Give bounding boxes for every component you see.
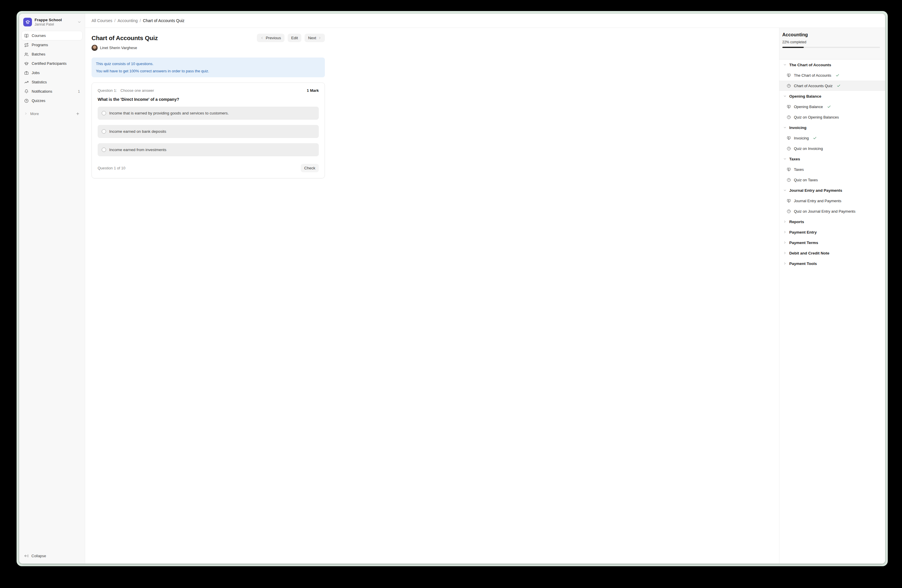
question-text: What is the 'Direct Income' of a company… (98, 97, 319, 102)
content-row: Chart of Accounts Quiz Previous Edit (85, 28, 451, 294)
breadcrumb-item-chart-of-accounts-quiz: Chart of Accounts Quiz (143, 18, 185, 23)
sidebar-item-quizzes[interactable]: Quizzes (22, 96, 82, 105)
quiz-notice: This quiz consists of 10 questions.You w… (92, 58, 325, 77)
quiz-notice-line: You will have to get 100% correct answer… (96, 67, 321, 75)
quiz-option-1[interactable]: Income that is earned by providing goods… (98, 106, 319, 120)
app-window: Frappe School Jannat Patel CoursesProgra… (19, 14, 451, 294)
route-icon (24, 43, 29, 47)
quiz-header: Chart of Accounts Quiz Previous Edit (92, 34, 325, 42)
chevron-down-icon (77, 20, 81, 24)
user-name: Jannat Patel (34, 23, 75, 27)
question-number-label: Question 1: (98, 88, 117, 93)
previous-button[interactable]: Previous (257, 34, 285, 42)
bell-icon (24, 89, 29, 94)
sidebar-item-label: Courses (32, 33, 45, 38)
sidebar-item-notifications[interactable]: Notifications1 (22, 87, 82, 96)
option-label: Income earned on bank deposits (109, 129, 166, 134)
breadcrumb-separator: / (140, 18, 141, 23)
breadcrumb-bar: All Courses/Accounting/Chart of Accounts… (85, 14, 451, 28)
sidebar-nav: CoursesProgramsBatchesCertified Particip… (22, 31, 82, 105)
options-list: Income that is earned by providing goods… (98, 106, 319, 156)
briefcase-icon (24, 70, 29, 75)
question-card: Question 1: Choose one answer 1 Mark Wha… (92, 83, 325, 178)
sidebar-item-label: Statistics (32, 80, 47, 84)
author-name: Linet Sherin Varghese (100, 45, 137, 50)
header-buttons: Previous Edit Next (257, 34, 325, 42)
option-radio[interactable] (102, 148, 106, 152)
author-row: Linet Sherin Varghese (92, 45, 325, 51)
sidebar-item-certified-participants[interactable]: Certified Participants (22, 59, 82, 68)
question-card-header: Question 1: Choose one answer 1 Mark (98, 88, 319, 93)
breadcrumb-separator: / (114, 18, 116, 23)
school-name: Frappe School (34, 18, 75, 22)
previous-label: Previous (266, 36, 281, 40)
edit-button[interactable]: Edit (288, 34, 301, 42)
sidebar-item-statistics[interactable]: Statistics (22, 78, 82, 87)
sidebar-spacer (22, 118, 82, 294)
users-icon (24, 52, 29, 57)
sidebar-item-label: Certified Participants (32, 61, 67, 66)
help-circle-icon (24, 99, 29, 103)
question-instruction: Choose one answer (121, 88, 154, 93)
chevron-right-icon (24, 112, 28, 115)
sidebar-item-programs[interactable]: Programs (22, 41, 82, 49)
sidebar-item-label: Batches (32, 52, 45, 56)
question-progress: Question 1 of 10 (98, 166, 125, 170)
option-label: Income earned from investments (109, 148, 166, 152)
content-column: All Courses/Accounting/Chart of Accounts… (85, 14, 451, 294)
edit-label: Edit (291, 36, 298, 40)
sidebar-item-jobs[interactable]: Jobs (22, 68, 82, 77)
more-label: More (30, 111, 39, 116)
sidebar-item-more[interactable]: More (22, 109, 82, 118)
check-label: Check (304, 166, 315, 170)
frappe-school-logo (23, 18, 32, 27)
chevron-left-icon (260, 36, 263, 39)
graduation-cap-logo-icon (25, 19, 31, 25)
sidebar-item-label: Jobs (32, 70, 39, 75)
main-content: Chart of Accounts Quiz Previous Edit (85, 28, 451, 294)
question-card-footer: Question 1 of 10 Check (98, 164, 319, 172)
question-marks: 1 Mark (307, 88, 319, 93)
left-sidebar: Frappe School Jannat Patel CoursesProgra… (19, 14, 85, 294)
check-button[interactable]: Check (301, 164, 319, 172)
trending-up-icon (24, 80, 29, 84)
page-title: Chart of Accounts Quiz (92, 34, 158, 42)
breadcrumb-item-all-courses[interactable]: All Courses (92, 18, 113, 23)
option-radio[interactable] (102, 129, 106, 134)
graduation-cap-icon (24, 61, 29, 66)
sidebar-item-label: Programs (32, 43, 48, 47)
option-label: Income that is earned by providing goods… (109, 111, 229, 115)
book-open-icon (24, 33, 29, 38)
breadcrumb-item-accounting[interactable]: Accounting (117, 18, 138, 23)
breadcrumb: All Courses/Accounting/Chart of Accounts… (92, 18, 185, 23)
sidebar-item-batches[interactable]: Batches (22, 50, 82, 59)
avatar (92, 45, 98, 51)
plus-icon[interactable] (75, 111, 80, 116)
main-inner: Chart of Accounts Quiz Previous Edit (92, 34, 325, 178)
sidebar-item-label: Notifications (32, 89, 52, 94)
quiz-notice-line: This quiz consists of 10 questions. (96, 60, 321, 67)
chevron-right-icon (318, 36, 321, 39)
desktop-frame: Frappe School Jannat Patel CoursesProgra… (17, 11, 451, 294)
option-radio[interactable] (102, 111, 106, 115)
quiz-option-3[interactable]: Income earned from investments (98, 143, 319, 156)
workspace-switcher[interactable]: Frappe School Jannat Patel (22, 17, 82, 28)
workspace-identity: Frappe School Jannat Patel (34, 18, 75, 27)
next-label: Next (308, 36, 316, 40)
sidebar-item-label: Quizzes (32, 99, 45, 103)
quiz-option-2[interactable]: Income earned on bank deposits (98, 125, 319, 138)
sidebar-item-courses[interactable]: Courses (22, 31, 82, 40)
next-button[interactable]: Next (305, 34, 325, 42)
notification-count-badge: 1 (78, 89, 80, 94)
